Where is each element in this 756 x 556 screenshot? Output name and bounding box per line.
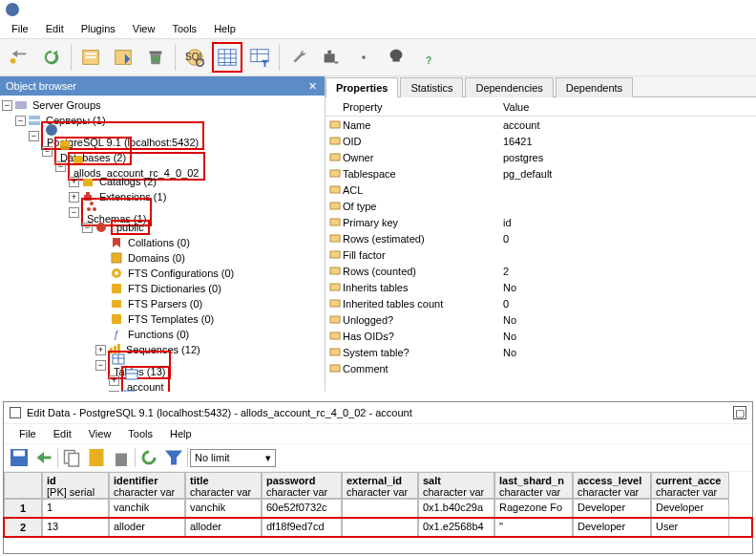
grid-cell[interactable]: User [651, 518, 729, 537]
expand-icon[interactable]: + [109, 391, 119, 393]
collapse-icon[interactable]: − [69, 207, 79, 218]
grid-cell[interactable]: alloder [185, 518, 262, 537]
grid-cell[interactable]: 0x1.e2568b4 [418, 518, 494, 537]
paste-icon[interactable] [85, 446, 108, 469]
tree-domains[interactable]: Domains (0) [126, 252, 187, 264]
prop-value: 16421 [503, 136, 756, 147]
tab-dependencies[interactable]: Dependencies [465, 77, 553, 97]
tab-dependents[interactable]: Dependents [556, 77, 633, 97]
connect-icon[interactable] [4, 42, 34, 73]
prop-name: Primary key [341, 217, 503, 228]
tree-catalogs[interactable]: Catalogs (2) [97, 176, 158, 187]
tree-ftsdict[interactable]: FTS Dictionaries (0) [126, 283, 223, 294]
tree-ftsconfig[interactable]: FTS Configurations (0) [126, 267, 236, 279]
tree-public[interactable]: public [115, 222, 146, 233]
prop-value: No [503, 282, 756, 293]
collapse-icon[interactable]: − [2, 100, 12, 111]
collapse-icon[interactable]: − [82, 223, 93, 233]
close-panel-icon[interactable]: ✕ [305, 79, 319, 93]
grid-cell[interactable]: df18f9ed7cd [262, 518, 342, 537]
expand-icon[interactable]: + [109, 375, 119, 386]
copy-icon[interactable] [60, 446, 83, 469]
grid-header[interactable]: access_levelcharacter var [573, 472, 651, 499]
object-tree[interactable]: −Server Groups −Серверы (1) −PostgreSQL … [0, 96, 325, 392]
edit-menu-help[interactable]: Help [162, 426, 200, 441]
prop-value: postgres [503, 152, 756, 163]
grid-cell[interactable]: '' [494, 518, 573, 537]
expand-icon[interactable]: + [69, 192, 79, 203]
grid-header[interactable]: identifiercharacter var [109, 472, 185, 499]
expand-icon[interactable]: + [95, 345, 106, 355]
grid-cell[interactable]: vanchik [185, 499, 262, 518]
grid-header[interactable]: titlecharacter var [185, 472, 262, 499]
hint-icon[interactable] [381, 42, 411, 73]
refresh-icon[interactable] [137, 446, 160, 469]
menu-view[interactable]: View [125, 21, 163, 36]
grid-header[interactable]: id[PK] serial [42, 472, 109, 499]
row-number[interactable]: 1 [4, 499, 42, 518]
object-browser-title: Object browser [6, 80, 76, 92]
grid-cell[interactable]: vanchik [109, 499, 185, 518]
svg-rect-42 [112, 300, 121, 308]
tree-server-groups[interactable]: Server Groups [31, 99, 103, 111]
collapse-icon[interactable]: − [29, 131, 39, 141]
menu-help[interactable]: Help [206, 21, 243, 36]
collapse-icon[interactable]: − [55, 161, 66, 172]
trash-icon[interactable] [140, 42, 171, 73]
undo-icon[interactable] [32, 446, 55, 469]
grid-cell[interactable]: Developer [573, 499, 651, 518]
menu-file[interactable]: File [4, 21, 36, 36]
grid-cell[interactable]: Developer [573, 518, 651, 537]
tab-statistics[interactable]: Statistics [400, 77, 463, 97]
expand-icon[interactable]: + [69, 177, 79, 187]
grid-cell[interactable]: alloder [109, 518, 185, 537]
help-icon[interactable]: ? [413, 42, 444, 73]
close-window-icon[interactable]: ▢ [733, 406, 746, 419]
grid-header[interactable]: last_shard_ncharacter var [494, 472, 573, 499]
prop-name: OID [341, 136, 503, 147]
grid-header[interactable]: current_accecharacter var [651, 472, 729, 499]
maintenance-icon[interactable] [284, 42, 314, 73]
grid-cell[interactable] [342, 499, 418, 518]
grid-cell[interactable] [342, 518, 418, 537]
menu-tools[interactable]: Tools [164, 21, 204, 36]
tree-ftstemplates[interactable]: FTS Templates (0) [126, 313, 216, 325]
tree-collations[interactable]: Collations (0) [126, 237, 192, 248]
properties-icon[interactable] [75, 42, 106, 73]
data-grid[interactable]: id[PK] serialidentifiercharacter vartitl… [4, 472, 752, 537]
grid-cell[interactable]: 0x1.b40c29a [418, 499, 494, 518]
limit-select[interactable]: No limit▾ [190, 449, 276, 467]
grid-cell[interactable]: 60e52f0732c [262, 499, 342, 518]
delete-icon[interactable] [110, 446, 133, 469]
grid-cell[interactable]: Ragezone Fo [494, 499, 573, 518]
tree-ftsparsers[interactable]: FTS Parsers (0) [126, 298, 204, 310]
view-data-icon[interactable] [212, 42, 242, 73]
edit-menu-file[interactable]: File [11, 426, 44, 441]
drop-icon[interactable] [108, 42, 138, 73]
menu-edit[interactable]: Edit [38, 21, 72, 36]
svg-rect-51 [126, 370, 137, 379]
filter-icon[interactable] [162, 446, 185, 469]
grid-header[interactable]: passwordcharacter var [262, 472, 342, 499]
grid-cell[interactable]: 13 [42, 518, 109, 537]
save-icon[interactable] [8, 446, 31, 469]
collapse-icon[interactable]: − [42, 146, 52, 157]
filter-data-icon[interactable] [244, 42, 275, 73]
edit-menu-edit[interactable]: Edit [46, 426, 79, 441]
menu-plugins[interactable]: Plugins [74, 21, 123, 36]
row-number[interactable]: 2 [4, 518, 42, 537]
collapse-icon[interactable]: − [15, 116, 26, 126]
collapse-icon[interactable]: − [95, 360, 106, 371]
plugin-icon[interactable] [316, 42, 346, 73]
refresh-icon[interactable] [36, 42, 67, 73]
edit-menu-tools[interactable]: Tools [120, 426, 160, 441]
grid-header[interactable]: external_idcharacter var [342, 472, 418, 499]
tab-properties[interactable]: Properties [326, 77, 398, 97]
tree-account-editions[interactable]: account_editions [137, 390, 220, 392]
edit-menu-view[interactable]: View [81, 426, 119, 441]
grid-cell[interactable]: 1 [42, 499, 109, 518]
tree-functions[interactable]: Functions (0) [126, 329, 191, 340]
grid-header[interactable]: saltcharacter var [418, 472, 494, 499]
sql-icon[interactable]: SQL [179, 42, 210, 73]
grid-cell[interactable]: Developer [651, 499, 729, 518]
